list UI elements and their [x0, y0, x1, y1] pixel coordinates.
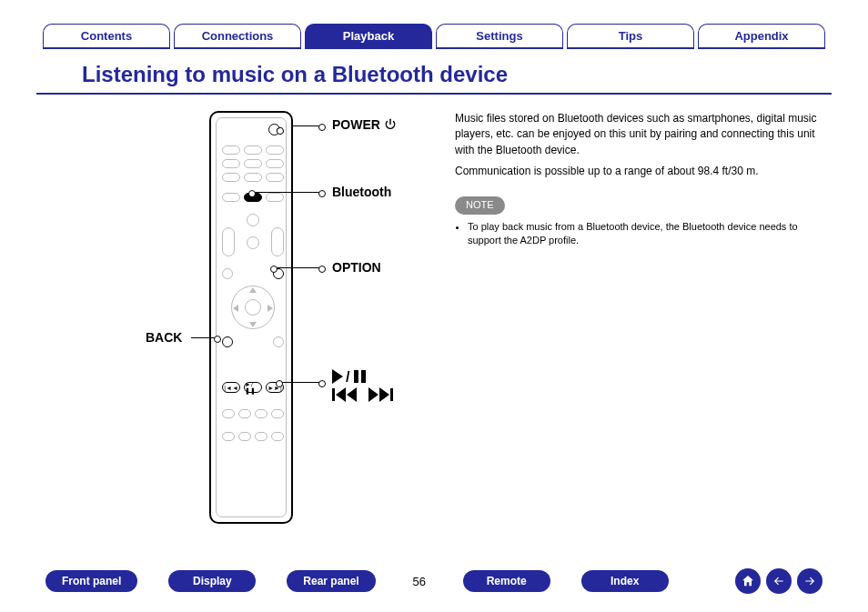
leader-back	[191, 337, 218, 338]
remote-quick2	[238, 409, 251, 418]
remote-button	[244, 145, 262, 155]
page-title: Listening to music on a Bluetooth device	[36, 49, 832, 95]
paragraph-2: Communication is possible up to a range …	[455, 164, 832, 179]
remote-sound2	[238, 432, 251, 441]
playpause-icon: /	[332, 369, 378, 384]
note-list: To play back music from a Bluetooth devi…	[455, 220, 832, 249]
leader-transport-tip	[278, 382, 289, 383]
callout-power: POWER	[332, 117, 397, 132]
top-nav: Contents Connections Playback Settings T…	[0, 0, 868, 49]
svg-marker-5	[336, 387, 346, 402]
remote-button	[266, 159, 284, 168]
prev-page-button[interactable]	[766, 568, 792, 594]
remote-body: |◄◄ ►/❚❚ ►►|	[209, 111, 293, 524]
bottom-nav: Front panel Display Rear panel 56 Remote…	[0, 568, 868, 594]
tab-playback[interactable]: Playback	[305, 24, 432, 49]
svg-marker-8	[379, 387, 389, 402]
note-item: To play back music from a Bluetooth devi…	[468, 220, 832, 249]
note-badge: NOTE	[455, 196, 505, 215]
remote-button	[266, 145, 284, 155]
remote-quick4	[271, 409, 284, 418]
arrow-right-icon	[803, 575, 816, 587]
remote-quick1	[222, 409, 235, 418]
callout-skip	[332, 387, 403, 405]
callout-playpause: /	[332, 369, 378, 386]
paragraph-1: Music files stored on Bluetooth devices …	[455, 111, 832, 158]
remote-sound1	[222, 432, 235, 441]
remote-button	[244, 173, 262, 182]
svg-rect-4	[332, 388, 335, 401]
remote-button	[222, 173, 240, 182]
nav-front-panel[interactable]: Front panel	[45, 570, 137, 592]
main-content: |◄◄ ►/❚❚ ►►| POWER Bluetoot	[0, 104, 868, 540]
remote-sound3	[255, 432, 267, 441]
remote-button	[266, 173, 284, 182]
svg-text:/: /	[346, 369, 350, 384]
home-icon	[741, 574, 755, 588]
remote-button	[266, 193, 284, 202]
remote-quick3	[255, 409, 267, 418]
remote-playpause-button: ►/❚❚	[244, 382, 262, 393]
arrow-left-icon	[772, 575, 785, 587]
remote-diagram: |◄◄ ►/❚❚ ►►| POWER Bluetoot	[36, 104, 428, 540]
remote-mute-button	[247, 236, 259, 249]
body-text: Music files stored on Bluetooth devices …	[455, 104, 832, 540]
nav-icons	[735, 568, 823, 594]
power-icon	[384, 118, 397, 131]
callout-option: OPTION	[332, 260, 381, 275]
leader-power	[291, 125, 323, 126]
remote-button	[222, 159, 240, 168]
home-button[interactable]	[735, 568, 761, 594]
svg-rect-2	[354, 370, 358, 383]
nav-display[interactable]: Display	[168, 570, 256, 592]
remote-eco-button	[247, 214, 259, 226]
leader-option	[284, 267, 323, 268]
remote-vol-rocker	[271, 227, 284, 256]
callout-power-label: POWER	[332, 117, 380, 132]
callout-bluetooth: Bluetooth	[332, 185, 391, 199]
remote-info-button	[222, 268, 233, 279]
dpad-left-icon	[233, 305, 238, 312]
leader-option-tip	[273, 267, 284, 268]
svg-marker-6	[347, 387, 357, 402]
nav-index[interactable]: Index	[581, 570, 669, 592]
remote-setup-button	[273, 336, 284, 347]
next-page-button[interactable]	[797, 568, 823, 594]
skip-icon	[332, 387, 403, 402]
tab-settings[interactable]: Settings	[436, 24, 563, 49]
dpad-right-icon	[267, 305, 273, 312]
dpad-up-icon	[249, 287, 257, 293]
tab-tips[interactable]: Tips	[567, 24, 694, 49]
remote-prev-button: |◄◄	[222, 382, 240, 393]
remote-enter-button	[245, 299, 261, 316]
remote-back-button	[222, 336, 233, 347]
leader-transport	[289, 382, 323, 383]
page-number: 56	[407, 575, 432, 588]
nav-rear-panel[interactable]: Rear panel	[287, 570, 375, 592]
svg-rect-3	[361, 370, 366, 383]
nav-remote[interactable]: Remote	[463, 570, 550, 592]
remote-button	[222, 193, 240, 202]
svg-marker-7	[368, 387, 378, 402]
dpad-down-icon	[249, 322, 257, 327]
leader-bluetooth-tip	[251, 192, 262, 193]
remote-button	[222, 145, 240, 155]
svg-marker-0	[332, 369, 343, 384]
remote-ch-rocker	[222, 227, 235, 256]
tab-connections[interactable]: Connections	[174, 24, 301, 49]
remote-button	[244, 159, 262, 168]
remote-inner: |◄◄ ►/❚❚ ►►|	[216, 117, 287, 517]
svg-rect-9	[390, 388, 393, 401]
remote-sound4	[271, 432, 284, 441]
leader-bluetooth	[262, 192, 323, 193]
callout-back: BACK	[146, 330, 182, 345]
tab-appendix[interactable]: Appendix	[698, 24, 825, 49]
tab-contents[interactable]: Contents	[43, 24, 170, 49]
